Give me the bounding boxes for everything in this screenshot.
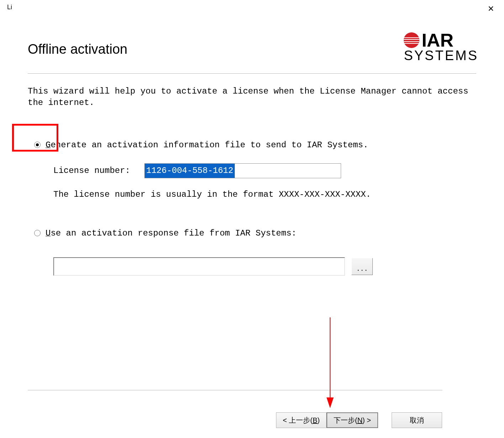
next-button[interactable]: 下一步(N) > <box>327 412 378 428</box>
radio-use-row[interactable]: Use an activation response file from IAR… <box>34 228 476 238</box>
radio-use[interactable] <box>34 230 41 236</box>
wizard-button-bar: < 上一步(B) 下一步(N) > 取消 <box>276 412 442 428</box>
logo-ball-icon <box>404 32 419 48</box>
license-number-row: License number: 1126-004-558-1612 <box>53 163 476 178</box>
close-icon[interactable]: ✕ <box>485 4 497 14</box>
license-number-input[interactable]: 1126-004-558-1612 <box>144 163 341 178</box>
license-number-value: 1126-004-558-1612 <box>145 164 235 178</box>
content-area: Offline activation IAR SYSTEMS This wiza… <box>0 14 504 276</box>
cancel-button[interactable]: 取消 <box>392 412 442 428</box>
header-divider <box>28 73 476 74</box>
option-use-section: Use an activation response file from IAR… <box>28 228 476 276</box>
radio-generate-label: Generate an activation information file … <box>46 140 368 150</box>
logo-text-systems: SYSTEMS <box>404 48 478 63</box>
radio-generate[interactable] <box>34 142 41 148</box>
license-number-label: License number: <box>53 166 130 175</box>
back-button[interactable]: < 上一步(B) <box>276 412 327 428</box>
window-title: Li <box>7 4 12 11</box>
intro-text: This wizard will help you to activate a … <box>28 86 476 109</box>
radio-use-label: Use an activation response file from IAR… <box>46 228 297 238</box>
response-file-row: ... <box>53 257 476 276</box>
option-generate-section: Generate an activation information file … <box>28 140 476 199</box>
browse-button[interactable]: ... <box>351 258 373 275</box>
iar-logo: IAR SYSTEMS <box>404 32 478 63</box>
titlebar: Li ✕ <box>0 0 504 14</box>
response-file-input[interactable] <box>53 257 345 276</box>
footer-divider <box>28 390 442 390</box>
annotation-arrow-icon <box>323 317 337 410</box>
header-row: Offline activation IAR SYSTEMS <box>28 32 476 63</box>
svg-marker-1 <box>327 397 334 408</box>
radio-generate-row[interactable]: Generate an activation information file … <box>34 140 476 150</box>
page-title: Offline activation <box>28 42 127 57</box>
license-format-hint: The license number is usually in the for… <box>53 190 476 199</box>
logo-text-iar: IAR <box>421 32 453 49</box>
